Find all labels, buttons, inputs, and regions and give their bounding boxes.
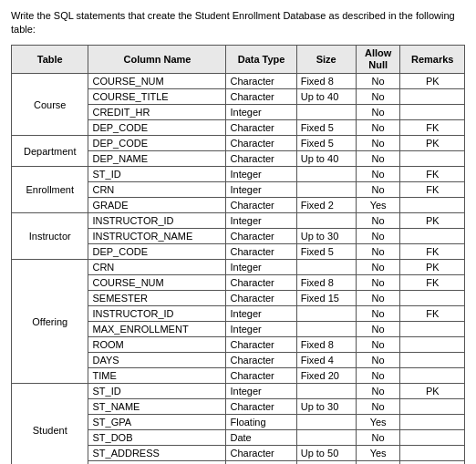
size: Fixed 5 [296, 120, 356, 136]
remarks: FK [400, 275, 465, 291]
column-name: INSTRUCTOR_ID [88, 306, 226, 322]
header-allow-null: AllowNull [356, 45, 400, 73]
header-data-type: Data Type [226, 45, 296, 73]
remarks: PK [400, 136, 465, 151]
allow-null: No [356, 384, 400, 399]
header-column-name: Column Name [88, 45, 226, 73]
data-type: Character [226, 151, 296, 167]
remarks: FK [400, 167, 465, 182]
remarks: FK [400, 461, 465, 464]
table-group-name: Course [12, 74, 88, 136]
column-name: COURSE_NUM [88, 275, 226, 291]
data-type: Character [226, 74, 296, 89]
remarks [400, 430, 465, 446]
remarks [400, 337, 465, 353]
column-name: COURSE_NUM [88, 74, 226, 89]
remarks: PK [400, 260, 465, 275]
data-type: Character [226, 337, 296, 353]
size: Fixed 8 [296, 337, 356, 353]
allow-null: No [356, 229, 400, 244]
column-name: ST_DOB [88, 430, 226, 446]
remarks [400, 198, 465, 213]
table-row: InstructorINSTRUCTOR_IDIntegerNoPK [12, 213, 465, 229]
table-group-name: Student [12, 384, 88, 464]
column-name: DEP_NAME [88, 151, 226, 167]
size [296, 182, 356, 198]
allow-null: No [356, 322, 400, 337]
data-type: Integer [226, 322, 296, 337]
size: Fixed 15 [296, 291, 356, 306]
data-type: Character [226, 244, 296, 260]
remarks [400, 105, 465, 120]
size [296, 384, 356, 399]
header-remarks: Remarks [400, 45, 465, 73]
column-name: ST_ID [88, 167, 226, 182]
column-name: GRADE [88, 198, 226, 213]
remarks [400, 322, 465, 337]
remarks [400, 229, 465, 244]
table-row: DepartmentDEP_CODECharacterFixed 5NoPK [12, 136, 465, 151]
allow-null: No [356, 213, 400, 229]
size: Up to 30 [296, 229, 356, 244]
table-row: OfferingCRNIntegerNoPK [12, 260, 465, 275]
allow-null: No [356, 167, 400, 182]
allow-null: Yes [356, 446, 400, 461]
data-type: Character [226, 291, 296, 306]
column-name: DEP_CODE [88, 136, 226, 151]
remarks [400, 89, 465, 105]
header-table: Table [12, 45, 88, 73]
data-type: Character [226, 461, 296, 464]
column-name: DEP_CODE [88, 461, 226, 464]
allow-null: Yes [356, 415, 400, 430]
allow-null: No [356, 260, 400, 275]
allow-null: No [356, 430, 400, 446]
size: Up to 30 [296, 399, 356, 415]
column-name: INSTRUCTOR_ID [88, 213, 226, 229]
data-type: Date [226, 430, 296, 446]
size [296, 260, 356, 275]
column-name: ST_GPA [88, 415, 226, 430]
column-name: MAX_ENROLLMENT [88, 322, 226, 337]
remarks [400, 399, 465, 415]
remarks [400, 353, 465, 368]
allow-null: No [356, 244, 400, 260]
data-type: Character [226, 89, 296, 105]
data-type: Integer [226, 105, 296, 120]
column-name: ST_ID [88, 384, 226, 399]
database-table: Table Column Name Data Type Size AllowNu… [11, 45, 465, 464]
table-row: CourseCOURSE_NUMCharacterFixed 8NoPK [12, 74, 465, 89]
remarks: FK [400, 244, 465, 260]
allow-null: No [356, 353, 400, 368]
remarks: FK [400, 182, 465, 198]
size [296, 213, 356, 229]
allow-null: No [356, 368, 400, 384]
size [296, 167, 356, 182]
remarks: PK [400, 213, 465, 229]
allow-null: No [356, 461, 400, 464]
data-type: Integer [226, 260, 296, 275]
remarks [400, 446, 465, 461]
allow-null: No [356, 105, 400, 120]
data-type: Integer [226, 182, 296, 198]
column-name: COURSE_TITLE [88, 89, 226, 105]
column-name: ST_ADDRESS [88, 446, 226, 461]
column-name: SEMESTER [88, 291, 226, 306]
column-name: ROOM [88, 337, 226, 353]
allow-null: No [356, 337, 400, 353]
remarks: FK [400, 120, 465, 136]
data-type: Character [226, 229, 296, 244]
allow-null: No [356, 306, 400, 322]
size: Fixed 8 [296, 275, 356, 291]
column-name: INSTRUCTOR_NAME [88, 229, 226, 244]
data-type: Character [226, 275, 296, 291]
size [296, 105, 356, 120]
size: Fixed 20 [296, 368, 356, 384]
header-size: Size [296, 45, 356, 73]
data-type: Floating [226, 415, 296, 430]
remarks [400, 368, 465, 384]
size: Up to 50 [296, 446, 356, 461]
table-group-name: Offering [12, 260, 88, 384]
size [296, 322, 356, 337]
remarks: FK [400, 306, 465, 322]
remarks [400, 291, 465, 306]
